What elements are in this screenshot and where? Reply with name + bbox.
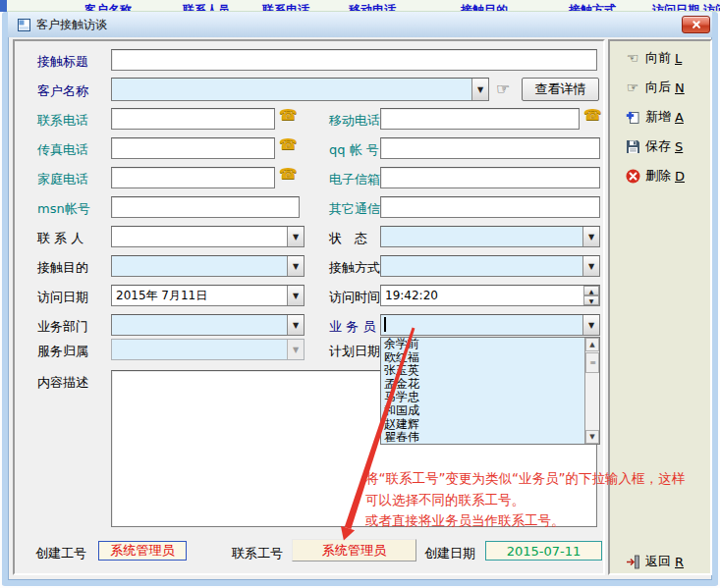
fax-phone-input[interactable] [111,137,275,159]
delete-button-key: D [675,169,685,184]
bg-column-header: 联系人员 [183,2,230,12]
email-input[interactable] [380,167,600,188]
department-combobox[interactable]: ▼ [111,314,305,336]
bg-column-header: 客户名称 [84,2,132,12]
create-date-value: 2015-07-11 [485,541,602,561]
department-value [112,315,287,335]
list-item[interactable]: 马学忠 [381,391,584,404]
visit-date-picker[interactable]: 2015年 7月11日 ▼ [111,285,305,306]
return-button-label: 返回 [645,553,671,570]
pointer-hand-icon[interactable]: ☞ [496,80,510,98]
contact-person-label: 联 系 人 [37,230,83,247]
contact-purpose-label: 接触目的 [37,259,88,277]
contact-phone-label: 联系电话 [37,112,88,130]
chevron-down-icon[interactable]: ▼ [582,227,599,246]
backward-button-key: N [675,80,685,95]
exit-icon [624,555,641,569]
msn-account-input[interactable] [111,196,300,218]
home-phone-input[interactable] [111,167,275,188]
phone-icon[interactable]: ☎ [279,165,298,183]
bg-column-header: 移动电话 [349,2,396,12]
contact-purpose-value [112,256,287,276]
hand-left-icon: ☜ [624,50,641,66]
background-window-fragment [0,0,7,12]
other-comm-input[interactable] [380,196,600,218]
visit-time-label: 访问时间 [329,289,380,306]
salesperson-combobox[interactable]: ▼ [380,314,600,336]
mobile-phone-input[interactable] [380,108,580,130]
chevron-down-icon[interactable]: ▼ [287,315,304,335]
list-item[interactable]: 和国成 [381,404,584,418]
scrollbar[interactable]: ▲ ≡ ▼ [584,338,599,444]
spin-down-icon[interactable]: ▼ [583,295,599,305]
contact-purpose-combobox[interactable]: ▼ [111,255,305,277]
creator-id-label: 创建工号 [35,545,86,562]
create-date-label: 创建日期 [424,545,475,562]
chevron-down-icon[interactable]: ▼ [287,286,304,305]
close-icon[interactable] [682,16,710,33]
list-item[interactable]: 余学前 [381,338,584,351]
view-details-button[interactable]: 查看详情 [522,78,599,101]
hand-right-icon: ☞ [624,80,641,95]
new-button[interactable]: 新增A [609,106,713,128]
scroll-down-icon[interactable]: ▼ [585,430,599,444]
fax-phone-label: 传真电话 [37,141,88,159]
scrollbar-thumb[interactable]: ≡ [585,352,599,373]
window-icon [18,19,30,31]
backward-button[interactable]: ☞ 向后N [609,77,713,98]
list-item[interactable]: 瞿春伟 [381,431,584,444]
service-attribution-label: 服务归属 [37,343,88,360]
mobile-phone-label: 移动电话 [329,112,380,130]
bg-column-header: 接触目的 [461,2,508,12]
chevron-down-icon[interactable]: ▼ [582,256,599,276]
save-floppy-icon [624,139,641,154]
delete-button[interactable]: 删除D [609,165,713,187]
qq-account-input[interactable] [380,137,600,159]
salesperson-dropdown-list[interactable]: 余学前 欧红福 张玉英 孟金花 马学忠 和国成 赵建辉 瞿春伟 ▲ ≡ ▼ [380,337,600,445]
scroll-up-icon[interactable]: ▲ [585,338,599,351]
return-button[interactable]: 返回R [609,551,713,572]
status-combobox[interactable]: ▼ [380,226,600,247]
list-item[interactable]: 赵建辉 [381,418,584,432]
list-item[interactable]: 张玉英 [381,364,584,378]
phone-icon[interactable]: ☎ [279,106,298,124]
customer-name-combobox[interactable]: ▼ [111,78,489,101]
contact-method-combobox[interactable]: ▼ [380,255,600,277]
chevron-down-icon[interactable]: ▼ [287,256,304,276]
forward-button-label: 向前 [645,49,671,67]
backward-button-label: 向后 [645,79,671,96]
contact-person-combobox[interactable]: ▼ [111,226,305,247]
visit-time-spinner[interactable]: 19:42:20 ▲ ▼ [380,285,600,306]
forward-button-key: L [675,51,682,66]
save-button[interactable]: 保存S [609,135,713,157]
contact-phone-input[interactable] [111,108,275,130]
spin-up-icon[interactable]: ▲ [583,286,599,295]
status-value [381,227,582,246]
forward-button[interactable]: ☜ 向前L [609,47,713,69]
phone-icon[interactable]: ☎ [583,106,602,124]
chevron-down-icon: ▼ [287,340,304,359]
customer-name-value [112,79,471,100]
save-button-key: S [675,139,683,154]
save-button-label: 保存 [645,137,671,155]
msn-account-label: msn帐号 [37,200,90,218]
chevron-down-icon[interactable]: ▼ [582,315,599,335]
list-item[interactable]: 孟金花 [381,378,584,392]
customer-name-label: 客户名称 [37,82,88,100]
visit-time-value: 19:42:20 [381,286,599,305]
service-attribution-value [112,340,287,359]
other-comm-label: 其它通信 [329,200,380,218]
bg-column-header: 接触方式 [569,2,616,12]
bg-column-header: 联系电话 [262,2,309,12]
list-item[interactable]: 欧红福 [381,351,584,365]
new-page-icon [624,110,641,125]
contact-id-value[interactable]: 系统管理员 [292,539,416,561]
salesperson-value [381,315,582,335]
title-bar[interactable]: 客户接触访谈 [8,12,712,37]
screen: 客户名称 联系人员 联系电话 移动电话 接触目的 接触方式 访问日期 访问时间 … [0,0,720,588]
phone-icon[interactable]: ☎ [279,135,298,153]
status-label: 状 态 [329,230,367,247]
contact-title-input[interactable] [111,49,597,71]
chevron-down-icon[interactable]: ▼ [471,79,488,100]
chevron-down-icon[interactable]: ▼ [287,227,304,246]
